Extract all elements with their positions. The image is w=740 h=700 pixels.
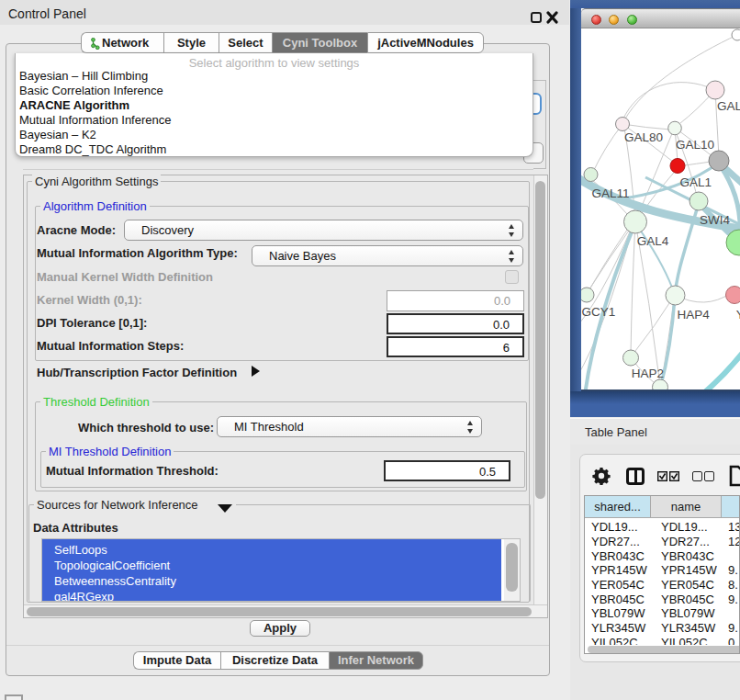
svg-text:HAP4: HAP4: [677, 308, 710, 322]
svg-text:GAL11: GAL11: [592, 186, 630, 200]
svg-text:GAL10: GAL10: [676, 138, 714, 152]
svg-text:GAL80: GAL80: [624, 130, 663, 144]
svg-text:HAP2: HAP2: [632, 367, 664, 380]
svg-text:SWI4: SWI4: [700, 213, 730, 227]
svg-text:GAL4: GAL4: [637, 234, 669, 248]
svg-text:GAL7: GAL7: [717, 99, 740, 113]
svg-text:GCY1: GCY1: [582, 305, 616, 319]
svg-text:Y: Y: [736, 308, 740, 322]
svg-text:GAL1: GAL1: [680, 175, 712, 189]
